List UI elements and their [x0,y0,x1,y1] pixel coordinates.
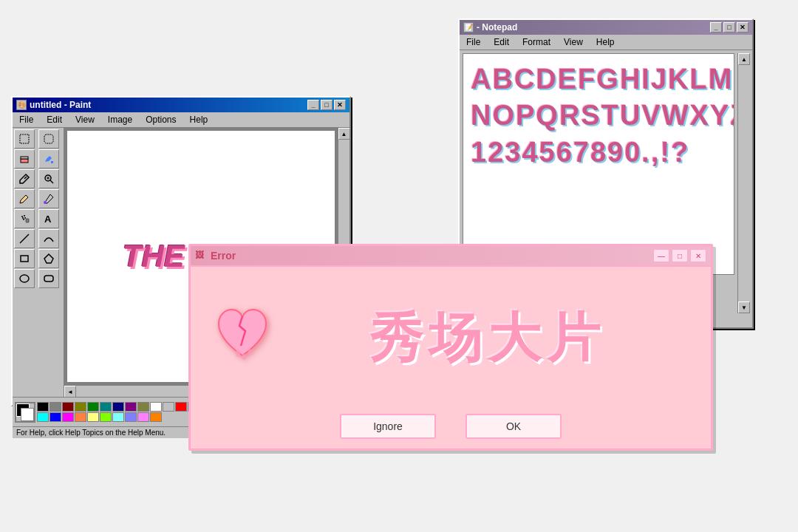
error-title: Error [211,250,236,262]
paint-app-icon: 🎨 [16,100,27,110]
notepad-menubar: File Edit Format View Help [460,35,752,50]
color-swatch-10[interactable] [163,402,174,412]
notepad-menu-view[interactable]: View [561,36,586,48]
color-swatch-14[interactable] [37,412,49,422]
tool-eraser[interactable] [14,149,35,168]
tool-line[interactable] [14,229,35,248]
error-maximize-btn[interactable]: □ [672,249,688,262]
color-swatch-17[interactable] [75,412,86,422]
color-swatch-9[interactable] [150,402,162,412]
svg-rect-3 [51,161,53,163]
color-swatches [37,402,212,422]
color-swatch-22[interactable] [137,412,149,422]
color-swatch-16[interactable] [62,412,74,422]
notepad-menu-edit[interactable]: Edit [491,36,512,48]
tool-zoom[interactable] [38,169,59,188]
color-preview [15,402,35,423]
svg-line-6 [50,180,53,183]
error-ok-button[interactable]: OK [466,414,562,439]
svg-rect-2 [21,157,28,159]
paint-menu-edit[interactable]: Edit [44,114,65,126]
color-swatch-2[interactable] [62,402,74,412]
notepad-content[interactable]: ABCDEFGHIJKLM NOPQRSTUVWXYZ 1234567890.,… [463,53,734,275]
tool-curve[interactable] [38,229,59,248]
notepad-menu-format[interactable]: Format [519,36,553,48]
paint-window-controls: _ □ ✕ [307,100,346,110]
tool-select-free[interactable] [38,129,59,149]
tool-rect[interactable] [14,249,35,268]
error-minimize-btn[interactable]: — [653,249,669,262]
paint-menu-help[interactable]: Help [187,114,211,126]
tool-ellipse[interactable] [14,269,35,288]
svg-text:A: A [44,214,52,225]
error-footer: Ignore OK [191,410,711,443]
tool-polygon[interactable] [38,249,59,268]
color-swatch-6[interactable] [112,402,124,412]
color-swatch-23[interactable] [150,412,162,422]
svg-point-19 [20,275,29,282]
scroll-left-btn[interactable]: ◄ [64,386,76,397]
paint-toolbar: A [13,128,64,397]
svg-point-13 [24,217,26,219]
color-swatch-4[interactable] [87,402,99,412]
notepad-window-controls: _ □ ✕ [710,22,748,33]
svg-rect-18 [21,256,28,262]
svg-point-9 [44,201,47,204]
error-body: 秀场大片 [191,267,711,410]
color-background[interactable] [21,408,34,421]
notepad-close-btn[interactable]: ✕ [737,22,748,33]
color-swatch-20[interactable] [112,412,124,422]
color-swatch-18[interactable] [87,412,99,422]
paint-menu-view[interactable]: View [72,114,98,126]
notepad-menu-help[interactable]: Help [593,36,618,48]
notepad-scroll-up[interactable]: ▲ [738,53,750,65]
svg-point-12 [22,217,24,219]
color-swatch-5[interactable] [100,402,112,412]
svg-rect-20 [44,276,53,282]
color-swatch-8[interactable] [137,402,149,412]
paint-maximize-btn[interactable]: □ [321,100,332,110]
color-swatch-0[interactable] [37,402,49,412]
color-swatch-19[interactable] [100,412,112,422]
error-titlebar: 🖼 Error — □ ✕ [191,246,711,267]
svg-point-11 [24,215,25,216]
paint-menubar: File Edit View Image Options Help [13,112,349,128]
tool-brush[interactable] [38,189,59,208]
error-message-text: 秀场大片 [287,303,689,374]
color-swatch-3[interactable] [75,402,86,412]
notepad-minimize-btn[interactable]: _ [710,22,722,33]
scroll-up-btn[interactable]: ▲ [338,128,350,140]
tool-spray[interactable] [14,209,35,228]
notepad-menu-file[interactable]: File [463,36,483,48]
tool-select-rect[interactable] [14,129,35,149]
notepad-scrollbar[interactable]: ▲ ▼ [737,53,749,313]
color-swatch-7[interactable] [125,402,137,412]
svg-point-23 [248,349,251,355]
color-swatch-15[interactable] [50,412,61,422]
paint-menu-options[interactable]: Options [143,114,179,126]
notepad-titlebar: 📝 - Notepad _ □ ✕ [460,20,752,35]
tool-rounded-rect[interactable] [38,269,59,288]
color-swatch-21[interactable] [125,412,137,422]
paint-menu-image[interactable]: Image [105,114,135,126]
error-close-btn[interactable]: ✕ [690,249,706,262]
notepad-title: - Notepad [477,22,517,33]
tool-eyedropper[interactable] [14,169,35,188]
paint-titlebar: 🎨 untitled - Paint _ □ ✕ [13,98,349,112]
paint-minimize-btn[interactable]: _ [307,100,319,110]
color-swatch-1[interactable] [50,402,61,412]
alphabet-line3: 1234567890.,!? [471,134,726,171]
svg-point-10 [21,216,23,217]
color-swatch-11[interactable] [175,402,187,412]
svg-rect-1 [21,159,28,163]
tool-text[interactable]: A [38,209,59,228]
paint-close-btn[interactable]: ✕ [334,100,346,110]
tool-pencil[interactable] [14,189,35,208]
error-ignore-button[interactable]: Ignore [340,414,436,439]
svg-line-17 [20,234,29,243]
tool-fill[interactable] [38,149,59,168]
notepad-scroll-down[interactable]: ▼ [738,301,750,313]
svg-point-14 [23,219,24,220]
notepad-maximize-btn[interactable]: □ [723,22,735,33]
paint-menu-file[interactable]: File [16,114,36,126]
